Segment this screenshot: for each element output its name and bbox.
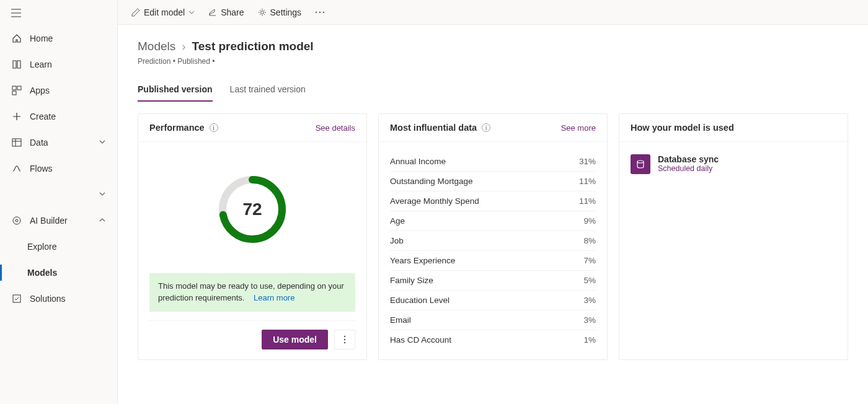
edit-model-button[interactable]: Edit model <box>130 5 196 20</box>
influential-row-pct: 8% <box>583 236 596 245</box>
influential-row: Average Monthly Spend11% <box>390 191 596 211</box>
plus-icon <box>11 111 22 122</box>
influential-row-pct: 3% <box>583 315 596 325</box>
info-icon[interactable]: i <box>210 123 218 132</box>
svg-rect-2 <box>12 91 16 95</box>
sidebar-item-label: Flows <box>30 164 53 173</box>
influential-row: Annual Income31% <box>390 152 596 172</box>
influential-row-name: Average Monthly Spend <box>390 196 479 206</box>
gear-icon <box>258 8 267 17</box>
influential-row: Family Size5% <box>390 271 596 291</box>
chevron-down-icon <box>99 138 106 147</box>
share-button[interactable]: Share <box>207 5 245 20</box>
info-icon[interactable]: i <box>482 123 490 132</box>
influential-row-name: Annual Income <box>390 157 446 166</box>
influential-row-pct: 7% <box>583 256 596 265</box>
pencil-icon <box>131 8 140 17</box>
influential-row: Education Level3% <box>390 291 596 310</box>
breadcrumb-root[interactable]: Models <box>138 40 175 53</box>
influential-row-pct: 11% <box>579 196 596 206</box>
influential-row-name: Outstanding Mortgage <box>390 177 473 186</box>
influential-data-card: Most influential data i See more Annual … <box>378 113 608 360</box>
influential-row-name: Family Size <box>390 276 433 285</box>
influential-row-pct: 11% <box>579 177 596 186</box>
svg-point-11 <box>344 339 346 341</box>
performance-gauge: 72 <box>149 152 355 273</box>
svg-rect-3 <box>12 139 21 146</box>
svg-point-12 <box>344 342 346 344</box>
sidebar-item-solutions[interactable]: Solutions <box>0 286 117 312</box>
more-actions-button[interactable]: ··· <box>314 5 327 20</box>
influential-row-pct: 5% <box>583 276 596 285</box>
influential-row: Email3% <box>390 310 596 330</box>
sidebar-item-models[interactable]: Models <box>0 260 117 286</box>
settings-button[interactable]: Settings <box>257 5 303 20</box>
influential-row-pct: 31% <box>579 157 596 166</box>
chevron-up-icon <box>99 216 106 226</box>
performance-card: Performance i See details <box>138 113 367 360</box>
sidebar-item-data[interactable]: Data <box>0 130 117 156</box>
ai-icon <box>11 215 22 226</box>
sidebar: Home Learn Apps Create Data Flows <box>0 0 118 404</box>
use-model-button[interactable]: Use model <box>262 330 328 349</box>
model-meta: Prediction • Published • <box>138 57 848 66</box>
sidebar-item-label: Create <box>30 112 56 121</box>
influential-title: Most influential data <box>390 123 477 133</box>
sidebar-item-learn[interactable]: Learn <box>0 51 117 77</box>
influential-row-pct: 1% <box>583 335 596 345</box>
performance-score: 72 <box>215 172 290 247</box>
hamburger-icon <box>11 9 21 17</box>
see-details-link[interactable]: See details <box>316 123 355 133</box>
sidebar-item-label: Home <box>30 33 53 43</box>
sidebar-item-explore[interactable]: Explore <box>0 234 117 260</box>
table-icon <box>11 137 22 148</box>
page-title: Test prediction model <box>192 40 314 53</box>
influential-row-pct: 3% <box>583 296 596 305</box>
learn-more-link[interactable]: Learn more <box>254 293 294 302</box>
sidebar-item-ai-builder[interactable]: AI Builder <box>0 208 117 234</box>
tab-last-trained[interactable]: Last trained version <box>230 79 306 102</box>
usage-title: How your model is used <box>631 123 734 133</box>
influential-row-pct: 9% <box>583 216 596 226</box>
kebab-icon <box>343 335 346 344</box>
sidebar-collapse[interactable] <box>0 182 117 208</box>
main-content: Edit model Share Settings ··· Models › T… <box>118 0 868 404</box>
sidebar-item-home[interactable]: Home <box>0 25 117 51</box>
influential-row-name: Age <box>390 216 405 226</box>
more-options-button[interactable] <box>334 330 355 349</box>
influential-row: Job8% <box>390 231 596 251</box>
sidebar-item-label: AI Builder <box>30 216 68 226</box>
tab-published[interactable]: Published version <box>138 79 213 102</box>
performance-title: Performance <box>149 123 205 133</box>
influential-row-name: Years Experience <box>390 256 455 265</box>
breadcrumb: Models › Test prediction model <box>138 40 848 53</box>
hamburger-menu[interactable] <box>0 0 117 25</box>
svg-point-13 <box>637 160 644 163</box>
chevron-down-icon <box>188 9 195 15</box>
svg-rect-6 <box>13 295 20 302</box>
see-more-link[interactable]: See more <box>561 123 596 133</box>
sidebar-item-label: Solutions <box>30 294 66 304</box>
influential-row-name: Email <box>390 315 411 325</box>
usage-item-subtitle: Scheduled daily <box>658 164 719 173</box>
svg-point-5 <box>16 219 18 222</box>
influential-row: Years Experience7% <box>390 251 596 271</box>
svg-point-4 <box>13 217 20 224</box>
sidebar-item-create[interactable]: Create <box>0 103 117 130</box>
share-icon <box>208 8 217 17</box>
sidebar-item-label: Models <box>27 268 57 278</box>
sidebar-item-apps[interactable]: Apps <box>0 77 117 103</box>
chevron-right-icon: › <box>182 40 185 53</box>
svg-rect-1 <box>17 86 21 90</box>
tabs: Published version Last trained version <box>138 79 848 102</box>
influential-row: Age9% <box>390 211 596 231</box>
sidebar-item-flows[interactable]: Flows <box>0 156 117 182</box>
influential-row-name: Has CD Account <box>390 335 451 345</box>
usage-item[interactable]: Database sync Scheduled daily <box>631 152 836 174</box>
performance-notice: This model may be ready to use, dependin… <box>149 273 355 312</box>
chevron-down-icon <box>99 190 106 200</box>
flow-icon <box>11 163 22 174</box>
database-icon <box>631 154 650 174</box>
influential-row-name: Job <box>390 236 404 245</box>
influential-list: Annual Income31%Outstanding Mortgage11%A… <box>390 152 596 349</box>
